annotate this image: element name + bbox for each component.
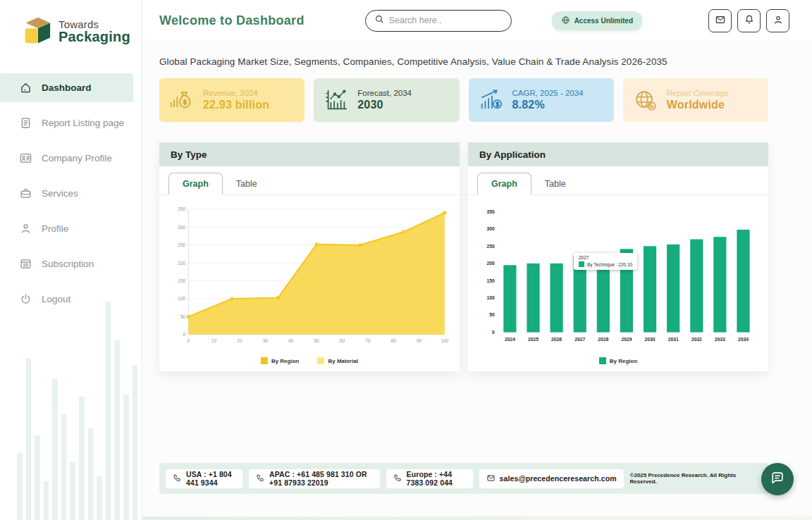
sidebar-item-subscription[interactable]: Subscription [0, 249, 142, 278]
chart-panels: By Type GraphTable 050100150200250300350… [159, 142, 768, 371]
mail-button[interactable] [708, 9, 732, 32]
by-type-area-chart[interactable]: 0501001502002503003500102030405060708090… [167, 200, 452, 354]
legend-item-by-region: By Region [261, 357, 300, 364]
tab-by-application-table[interactable]: Table [531, 173, 579, 194]
watermark-bar [61, 414, 67, 520]
tab-by-application-graph[interactable]: Graph [477, 173, 531, 195]
contact-pill-2: Europe : +44 7383 092 044 [386, 469, 473, 488]
svg-text:10: 10 [211, 338, 217, 343]
contact-text: Europe : +44 7383 092 044 [407, 470, 466, 487]
svg-text:2030: 2030 [645, 337, 656, 342]
svg-text:2032: 2032 [691, 337, 702, 342]
notifications-button[interactable] [737, 9, 761, 32]
sidebar-item-label: Dashboard [42, 82, 92, 93]
stat-card-label: CAGR, 2025 - 2034 [512, 89, 584, 97]
growth-chart-icon: $ [478, 87, 505, 113]
by-application-chart-wrap: 0501001502002503003502024202520262027202… [468, 195, 768, 371]
chat-fab-button[interactable] [761, 463, 794, 495]
stat-card-label: Report Coverage [667, 89, 729, 97]
svg-text:350: 350 [178, 206, 185, 211]
sidebar-item-label: Subscription [42, 259, 94, 269]
svg-text:2024: 2024 [505, 337, 515, 342]
svg-text:200: 200 [487, 261, 496, 266]
svg-text:0: 0 [187, 338, 190, 343]
watermark-bar [79, 397, 85, 520]
svg-text:2027: 2027 [574, 337, 585, 342]
sidebar-item-logout[interactable]: Logout [0, 285, 142, 314]
svg-text:300: 300 [178, 225, 185, 230]
watermark-bar [123, 395, 129, 520]
watermark-bar [97, 476, 102, 520]
svg-text:150: 150 [178, 278, 185, 283]
sidebar: Towards Packaging DashboardReport Listin… [0, 0, 142, 520]
sidebar-item-report-listing-page[interactable]: Report Listing page [0, 109, 142, 137]
sidebar-item-dashboard[interactable]: Dashboard [0, 73, 133, 102]
legend-item-by-region: By Region [599, 357, 638, 364]
svg-text:$: $ [496, 101, 499, 108]
stat-card-value: Worldwide [667, 99, 729, 111]
sidebar-item-label: Services [42, 188, 78, 199]
bell-icon [744, 14, 755, 27]
mail-icon [715, 14, 726, 27]
tab-by-type-graph[interactable]: Graph [168, 173, 223, 195]
watermark-bar [52, 379, 58, 520]
sidebar-item-label: Profile [42, 223, 68, 234]
mail-icon [486, 473, 496, 484]
search-icon [374, 14, 384, 27]
by-application-bar-chart[interactable]: 0501001502002503003502024202520262027202… [476, 200, 761, 354]
by-type-tabs: GraphTable [159, 166, 460, 195]
svg-text:2028: 2028 [598, 337, 608, 342]
svg-text:90: 90 [417, 338, 422, 343]
legend-swatch [261, 357, 268, 364]
sidebar-item-company-profile[interactable]: Company Profile [0, 144, 142, 173]
stat-card-forecast-chart: Forecast, 20342030 [314, 78, 459, 122]
money-bag-icon: $ [168, 87, 195, 113]
forecast-chart-icon [323, 87, 350, 113]
tooltip-label: By Technique : 220.10 [587, 262, 632, 267]
account-button[interactable] [766, 9, 789, 32]
legend-item-by-material: By Material [317, 357, 358, 364]
svg-text:60: 60 [340, 338, 345, 343]
legend-swatch [317, 357, 324, 364]
watermark-bar [106, 302, 111, 520]
brand-name-line1: Towards [59, 19, 130, 30]
svg-text:2025: 2025 [528, 337, 539, 342]
search-box[interactable] [365, 10, 512, 32]
svg-text:30: 30 [263, 338, 269, 343]
contact-pill-1: APAC : +61 485 981 310 OR +91 87933 2201… [249, 469, 380, 488]
content: Global Packaging Market Size, Segments, … [142, 41, 812, 520]
watermark-bar [88, 428, 94, 520]
power-icon [19, 292, 32, 306]
search-input[interactable] [389, 16, 503, 25]
home-icon [19, 81, 32, 94]
svg-text:50: 50 [180, 314, 186, 319]
svg-text:300: 300 [487, 226, 496, 231]
watermark-bar [17, 453, 23, 520]
chat-bubble-icon [770, 470, 785, 488]
footer-contacts: USA : +1 804 441 9344APAC : +61 485 981 … [166, 469, 624, 488]
phone-icon [393, 473, 402, 484]
copyright-text: ©2025 Precedence Research. All Rights Re… [630, 472, 737, 485]
svg-text:350: 350 [487, 209, 496, 214]
user-icon [773, 14, 784, 27]
by-application-title: By Application [468, 142, 768, 166]
sidebar-item-label: Logout [42, 294, 70, 304]
stat-card-money-bag: $Revenue, 202422.93 billion [159, 78, 304, 122]
sidebar-bars-watermark [17, 298, 137, 520]
access-unlimited-badge: Access Unlimited [552, 11, 642, 30]
svg-text:2033: 2033 [715, 337, 725, 342]
svg-text:100: 100 [441, 338, 448, 343]
tooltip-year: 2027 [579, 255, 632, 260]
svg-text:2029: 2029 [621, 337, 632, 342]
sidebar-item-services[interactable]: Services [0, 179, 142, 208]
svg-text:80: 80 [391, 338, 397, 343]
chart-tooltip: 2027 By Technique : 220.10 [574, 253, 637, 270]
watermark-bar [35, 435, 40, 520]
sidebar-item-profile[interactable]: Profile [0, 214, 142, 243]
stat-card-growth-chart: $CAGR, 2025 - 20348.82% [469, 78, 614, 122]
page-title: Welcome to Dashboard [159, 13, 304, 28]
svg-text:250: 250 [487, 244, 496, 249]
svg-text:150: 150 [487, 278, 496, 283]
tab-by-type-table[interactable]: Table [223, 173, 271, 194]
person-icon [19, 222, 32, 235]
